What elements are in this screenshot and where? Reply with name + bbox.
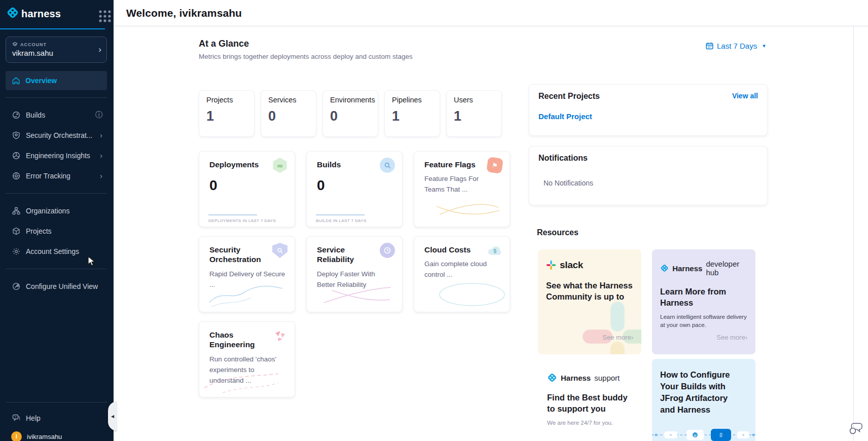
arrow-right-icon: › bbox=[631, 334, 633, 341]
card-desc: Rapid Delivery of Secure ... bbox=[209, 269, 285, 290]
sparkline bbox=[316, 214, 365, 215]
user-menu[interactable]: i ivikramsahu bbox=[0, 427, 114, 441]
card-title: Chaos Engineering bbox=[209, 330, 270, 350]
wrench-circle-icon bbox=[12, 282, 20, 290]
recent-projects-title: Recent Projects bbox=[538, 92, 758, 101]
stat-label: Pipelines bbox=[392, 96, 440, 104]
card-title: Deployments bbox=[209, 160, 270, 169]
sidebar-collapse-handle[interactable]: ◀ bbox=[108, 401, 117, 431]
caret-down-icon: ▾ bbox=[763, 43, 766, 49]
card-desc: Deploy Faster With Better Reliability bbox=[317, 269, 393, 290]
account-label: ACCOUNT bbox=[20, 42, 47, 47]
sidebar-item-label: Configure Unified View bbox=[26, 282, 98, 290]
module-grid-icon[interactable] bbox=[98, 10, 106, 18]
svg-text:$: $ bbox=[493, 248, 496, 254]
view-all-link[interactable]: View all bbox=[732, 92, 758, 100]
sidebar-item-error-tracking[interactable]: Error Tracking › bbox=[0, 166, 114, 186]
deployments-icon: ∞ bbox=[272, 158, 287, 173]
cloud-costs-icon: $ bbox=[487, 243, 502, 258]
sidebar-item-overview[interactable]: Overview bbox=[6, 71, 107, 90]
stat-card-projects[interactable]: Projects 1 bbox=[199, 90, 255, 137]
home-icon bbox=[12, 77, 20, 85]
stat-card-pipelines[interactable]: Pipelines 1 bbox=[384, 90, 440, 137]
card-chaos-engineering[interactable]: Chaos Engineering Run controlled 'chaos'… bbox=[199, 321, 295, 397]
see-more-link[interactable]: See more› bbox=[716, 334, 747, 341]
builds-icon bbox=[12, 111, 20, 119]
account-selector[interactable]: ACCOUNT vikram.sahu › bbox=[6, 36, 107, 63]
card-security-orchestration[interactable]: Security Orchestration Rapid Delivery of… bbox=[199, 236, 295, 312]
notifications-title: Notifications bbox=[538, 154, 758, 163]
stat-card-services[interactable]: Services 0 bbox=[261, 90, 316, 137]
card-builds[interactable]: Builds 0 BUILDS IN LAST 7 DAYS bbox=[306, 151, 403, 227]
feature-flags-icon: ⚑ bbox=[486, 157, 503, 174]
divider bbox=[6, 269, 107, 269]
support-resource-card[interactable]: Harness support Find the Best buddy to s… bbox=[538, 362, 641, 441]
harness-logo-icon bbox=[660, 263, 669, 273]
page-header: Welcome, ivikramsahu bbox=[114, 0, 868, 26]
card-desc: Run controlled 'chaos' experiments to un… bbox=[209, 354, 285, 386]
sidebar-item-organizations[interactable]: Organizations bbox=[0, 201, 114, 221]
shield-icon bbox=[12, 131, 20, 139]
sidebar-item-security-orchestration[interactable]: Security Orchestrat... › bbox=[0, 125, 114, 145]
notifications-empty-text: No Notifications bbox=[544, 179, 758, 187]
date-range-dropdown[interactable]: Last 7 Days ▾ bbox=[706, 42, 766, 50]
brand-divider bbox=[0, 28, 105, 29]
devhub-card-heading: Learn More from Harness bbox=[660, 286, 736, 309]
card-title: Feature Flags bbox=[424, 160, 485, 169]
sparkline bbox=[208, 214, 257, 215]
card-value: 0 bbox=[317, 177, 395, 194]
calendar-icon bbox=[706, 42, 713, 50]
project-link-default-project[interactable]: Default Project bbox=[538, 112, 758, 121]
stat-label: Users bbox=[454, 96, 501, 104]
developer-hub-resource-card[interactable]: Harness developer hub Learn More from Ha… bbox=[652, 249, 755, 354]
sidebar-item-builds[interactable]: Builds ⓘ bbox=[0, 105, 114, 125]
support-card-heading: Find the Best buddy to support you bbox=[547, 392, 633, 415]
sidebar-item-label: Overview bbox=[25, 77, 57, 85]
sidebar-item-label: Builds bbox=[26, 111, 45, 119]
pipeline-node-label: 0 bbox=[719, 432, 722, 437]
svg-text:?: ? bbox=[15, 416, 17, 419]
resources-title: Resources bbox=[537, 228, 578, 237]
brand-suffix: developer hub bbox=[706, 260, 747, 277]
sidebar-item-account-settings[interactable]: Account Settings bbox=[0, 241, 114, 262]
card-title: Cloud Costs bbox=[424, 245, 485, 254]
card-value: 0 bbox=[209, 177, 287, 194]
stat-value: 1 bbox=[392, 108, 440, 124]
cube-icon bbox=[12, 227, 20, 235]
recent-projects-card: Recent Projects View all Default Project bbox=[529, 84, 768, 136]
sidebar-item-help[interactable]: ? Help bbox=[0, 410, 114, 427]
chat-support-icon[interactable] bbox=[849, 420, 864, 435]
sidebar-item-configure-unified-view[interactable]: Configure Unified View bbox=[0, 276, 114, 297]
info-icon[interactable]: ⓘ bbox=[95, 111, 102, 120]
card-feature-flags[interactable]: Feature Flags ⚑ Feature Flags For Teams … bbox=[414, 151, 510, 227]
divider bbox=[6, 193, 107, 194]
sidebar-item-projects[interactable]: Projects bbox=[0, 221, 114, 241]
stats-row: Projects 1 Services 0 Environments 0 Pip… bbox=[199, 90, 502, 137]
brand-wordmark: harness bbox=[21, 8, 98, 20]
card-deployments[interactable]: Deployments ∞ 0 DEPLOYMENTS IN LAST 7 DA… bbox=[199, 151, 295, 227]
insights-icon bbox=[12, 152, 20, 160]
date-range-label: Last 7 Days bbox=[717, 42, 757, 50]
section-subtitle: Metrics brings together deployments acro… bbox=[199, 53, 413, 60]
sidebar-item-label: Account Settings bbox=[26, 247, 79, 255]
card-service-reliability[interactable]: Service Reliability Deploy Faster With B… bbox=[306, 236, 403, 312]
stat-label: Environments bbox=[330, 96, 378, 104]
scrollbar-track[interactable] bbox=[853, 26, 854, 441]
see-more-link[interactable]: See more› bbox=[602, 334, 633, 341]
chaos-engineering-icon bbox=[272, 328, 287, 343]
sidebar-item-label: Help bbox=[26, 414, 41, 422]
jfrog-resource-card[interactable]: How to Configure Your Builds with JFrog … bbox=[652, 359, 755, 441]
stat-card-environments[interactable]: Environments 0 bbox=[322, 90, 378, 137]
divider bbox=[6, 97, 107, 98]
card-cloud-costs[interactable]: Cloud Costs $ Gain complete cloud contro… bbox=[414, 236, 510, 312]
chevron-right-icon: › bbox=[100, 152, 102, 160]
slack-resource-card[interactable]: slack See what the Harness Community is … bbox=[538, 249, 641, 354]
sidebar-item-engineering-insights[interactable]: Engineering Insights › bbox=[0, 145, 114, 166]
card-title: Builds bbox=[317, 160, 378, 169]
user-name: ivikramsahu bbox=[27, 433, 62, 440]
pipeline-illustration: @ 0 bbox=[652, 426, 755, 441]
stat-card-users[interactable]: Users 1 bbox=[446, 90, 502, 137]
sidebar-item-label: Error Tracking bbox=[26, 172, 70, 180]
harness-logo-icon bbox=[6, 6, 19, 21]
main-area: Welcome, ivikramsahu At a Glance Metrics… bbox=[114, 0, 868, 441]
